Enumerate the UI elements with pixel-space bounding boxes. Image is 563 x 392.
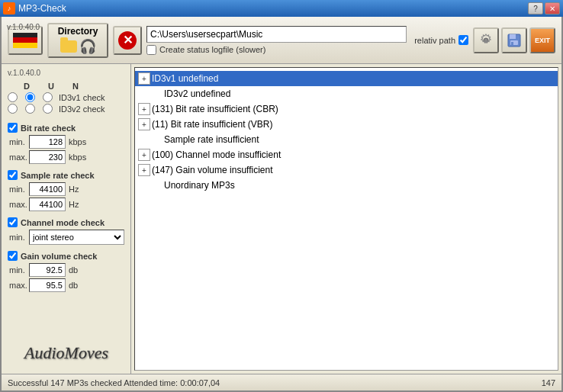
- tree-item-text: Unordinary MP3s: [164, 180, 235, 191]
- gainvolume-min-unit: db: [69, 265, 78, 275]
- channelmode-section: Channel mode check min. joint stereo ste…: [8, 217, 124, 246]
- samplerate-header: Sample rate check: [8, 170, 124, 180]
- samplerate-min-input[interactable]: [29, 182, 66, 196]
- gainvolume-max-unit: db: [69, 281, 78, 290]
- tree-expand-icon[interactable]: +: [138, 164, 150, 176]
- bitrate-header: Bit rate check: [8, 123, 124, 133]
- close-button[interactable]: ✕: [545, 2, 560, 14]
- save-icon: [507, 33, 522, 48]
- bitrate-max-input[interactable]: [29, 150, 66, 164]
- help-button[interactable]: ?: [528, 2, 543, 14]
- tree-expand-icon[interactable]: +: [138, 118, 150, 130]
- content-area: v.1.0.40.0 D U N ID3v1 check: [2, 64, 561, 374]
- id3v1-radio-group: [8, 92, 53, 102]
- gainvolume-min-label: min.: [9, 265, 26, 275]
- radio-section: D U N ID3v1 check: [8, 82, 124, 115]
- bitrate-section: Bit rate check min. kbps max. kbps: [8, 123, 124, 165]
- left-panel: v.1.0.40.0 D U N ID3v1 check: [2, 64, 131, 374]
- save-button[interactable]: [501, 27, 527, 53]
- tree-item[interactable]: ID3v2 undefined: [135, 86, 558, 101]
- id3v2-radio-group: [8, 104, 53, 114]
- german-flag: [13, 33, 37, 48]
- tree-item[interactable]: +(147) Gain volume insufficient: [135, 162, 558, 178]
- tree-panel[interactable]: +ID3v1 undefinedID3v2 undefined+(131) Bi…: [134, 67, 558, 371]
- gainvolume-checkbox[interactable]: [8, 251, 18, 261]
- relpath-label: relativ path: [414, 36, 455, 45]
- gainvolume-max-input[interactable]: [29, 278, 66, 292]
- dun-u: U: [46, 82, 56, 91]
- tree-item[interactable]: +ID3v1 undefined: [135, 71, 558, 86]
- gainvolume-label: Gain volume check: [21, 252, 97, 261]
- tree-expand-icon[interactable]: +: [138, 72, 150, 85]
- bitrate-checkbox[interactable]: [8, 123, 18, 133]
- samplerate-max-label: max.: [9, 200, 26, 209]
- tree-item-text: Sample rate insufficient: [164, 134, 259, 145]
- gainvolume-min-input[interactable]: [29, 263, 66, 277]
- path-area: Create status logfile (slower): [146, 26, 407, 55]
- dun-n: N: [70, 82, 81, 91]
- samplerate-section: Sample rate check min. Hz max. Hz: [8, 170, 124, 213]
- samplerate-min-unit: Hz: [69, 185, 79, 194]
- toolbar: v.1.0.40.0 Directory 🎧 ✕ Create status l…: [2, 17, 561, 64]
- tree-expand-icon[interactable]: +: [138, 149, 150, 161]
- tree-item-text: (11) Bit rate insufficient (VBR): [152, 119, 273, 130]
- logfile-checkbox[interactable]: [146, 45, 156, 55]
- samplerate-checkbox[interactable]: [8, 170, 18, 180]
- tree-item-text: ID3v1 undefined: [152, 73, 218, 84]
- tree-expand-empty: [150, 88, 162, 100]
- id3v2-d-radio[interactable]: [8, 104, 18, 114]
- app-title: MP3-Check: [18, 3, 66, 14]
- tree-item[interactable]: +(131) Bit rate insufficient (CBR): [135, 101, 558, 117]
- id3v2-row: ID3v2 check: [8, 104, 124, 114]
- channelmode-select[interactable]: joint stereo stereo mono: [29, 230, 124, 245]
- app-icon: ♪: [3, 2, 15, 14]
- id3v1-d-radio[interactable]: [8, 92, 18, 102]
- settings-icon: [478, 33, 494, 48]
- exit-button[interactable]: EXIT: [529, 27, 555, 53]
- main-window: v.1.0.40.0 Directory 🎧 ✕ Create status l…: [0, 17, 563, 392]
- title-bar-left: ♪ MP3-Check: [3, 2, 66, 14]
- tree-item-text: (131) Bit rate insufficient (CBR): [152, 104, 278, 114]
- samplerate-max-input[interactable]: [29, 198, 66, 211]
- stop-x-icon: ✕: [118, 31, 137, 50]
- path-input[interactable]: [146, 26, 407, 43]
- logfile-label: Create status logfile (slower): [159, 45, 265, 54]
- tree-expand-icon[interactable]: +: [138, 103, 150, 115]
- tree-item[interactable]: +(100) Channel mode insufficient: [135, 147, 558, 162]
- dun-d: D: [21, 82, 32, 91]
- folder-icon: [60, 40, 77, 53]
- folder-icon-row: 🎧: [60, 38, 96, 55]
- bitrate-max-unit: kbps: [69, 153, 86, 162]
- id3v2-n-radio[interactable]: [43, 104, 53, 114]
- id3v1-row: ID3v1 check: [8, 92, 124, 102]
- samplerate-min-row: min. Hz: [8, 182, 124, 196]
- settings-button[interactable]: [473, 27, 499, 53]
- id3v1-u-radio[interactable]: [25, 92, 35, 102]
- samplerate-max-row: max. Hz: [8, 198, 124, 211]
- directory-button[interactable]: Directory 🎧: [47, 23, 108, 58]
- version-label: v.1.0.40.0: [7, 23, 40, 31]
- samplerate-max-unit: Hz: [69, 200, 79, 209]
- samplerate-min-label: min.: [9, 185, 26, 194]
- relpath-checkbox[interactable]: [458, 35, 468, 45]
- tree-item[interactable]: Sample rate insufficient: [135, 132, 558, 147]
- headphone-icon: 🎧: [79, 38, 96, 55]
- gainvolume-max-row: max. db: [8, 278, 124, 292]
- gainvolume-max-label: max.: [9, 281, 26, 290]
- tree-item[interactable]: +(11) Bit rate insufficient (VBR): [135, 117, 558, 132]
- id3v1-n-radio[interactable]: [43, 92, 53, 102]
- bitrate-min-input[interactable]: [29, 135, 66, 149]
- gainvolume-min-row: min. db: [8, 263, 124, 277]
- id3v1-label: ID3v1 check: [59, 93, 105, 102]
- directory-label: Directory: [58, 26, 98, 37]
- status-count: 147: [542, 378, 555, 387]
- tree-expand-empty: [150, 133, 162, 146]
- id3v2-u-radio[interactable]: [25, 104, 35, 114]
- channelmode-header: Channel mode check: [8, 217, 124, 227]
- tree-item[interactable]: Unordinary MP3s: [135, 178, 558, 193]
- channelmode-checkbox[interactable]: [8, 217, 18, 227]
- logo-text: AudioMoves: [21, 339, 112, 369]
- relpath-area: relativ path: [414, 35, 468, 45]
- stop-button[interactable]: ✕: [113, 26, 142, 55]
- gainvolume-header: Gain volume check: [8, 251, 124, 261]
